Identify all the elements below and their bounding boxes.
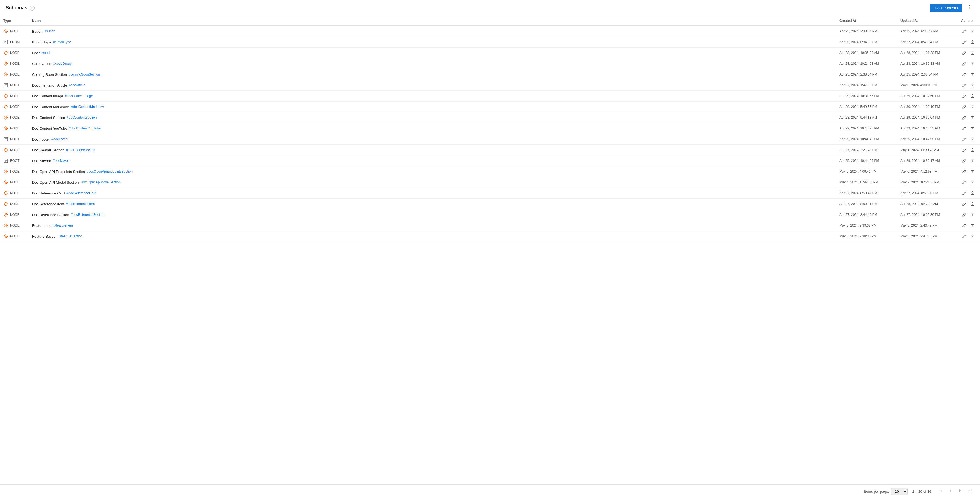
actions-cell	[958, 210, 980, 220]
next-page-button[interactable]	[956, 487, 964, 495]
delete-button[interactable]	[969, 190, 975, 196]
schema-name: Button	[32, 29, 43, 33]
updated-at-cell: Apr 28, 2024, 10:39:38 AM	[897, 58, 958, 69]
delete-button[interactable]	[969, 82, 975, 88]
created-at-cell: May 4, 2024, 10:44:10 PM	[836, 177, 897, 188]
updated-at-cell: Apr 25, 2024, 10:47:55 PM	[897, 134, 958, 145]
schema-name: Feature Item	[32, 224, 52, 228]
delete-button[interactable]	[969, 233, 975, 239]
node-icon	[3, 115, 8, 120]
type-cell: NODE	[0, 177, 29, 188]
table-row: NODE Doc Content YouTube #docContentYouT…	[0, 123, 980, 134]
svg-line-136	[964, 213, 965, 215]
updated-at-cell: Apr 27, 2024, 8:45:34 PM	[897, 37, 958, 48]
type-icon-node	[3, 61, 8, 66]
col-type: Type	[0, 16, 29, 26]
delete-button[interactable]	[969, 147, 975, 153]
delete-button[interactable]	[969, 201, 975, 207]
pencil-icon	[962, 126, 966, 130]
schema-name: Doc Navbar	[32, 159, 51, 163]
delete-button[interactable]	[969, 28, 975, 34]
pencil-icon	[962, 191, 966, 195]
edit-button[interactable]	[961, 104, 967, 110]
edit-button[interactable]	[961, 115, 967, 121]
delete-button[interactable]	[969, 72, 975, 78]
type-label: NODE	[10, 105, 20, 109]
created-at-cell: Apr 29, 2024, 10:15:25 PM	[836, 123, 897, 134]
delete-button[interactable]	[969, 212, 975, 218]
edit-button[interactable]	[961, 72, 967, 78]
actions-cell	[958, 37, 980, 48]
schema-name: Code Group	[32, 62, 52, 66]
table-row: NODE Coming Soon Section #comingSoonSect…	[0, 69, 980, 80]
edit-button[interactable]	[961, 179, 967, 185]
schema-name: Doc Reference Card	[32, 191, 65, 195]
edit-button[interactable]	[961, 60, 967, 67]
schema-name: Doc Footer	[32, 137, 50, 142]
updated-at-cell: May 3, 2024, 2:41:45 PM	[897, 231, 958, 242]
delete-button[interactable]	[969, 39, 975, 45]
schema-tag: #featureSection	[59, 234, 83, 238]
pencil-icon	[962, 51, 966, 55]
schema-name: Button Type	[32, 40, 51, 44]
edit-button[interactable]	[961, 147, 967, 153]
edit-button[interactable]	[961, 28, 967, 34]
edit-button[interactable]	[961, 223, 967, 229]
delete-button[interactable]	[969, 136, 975, 142]
delete-button[interactable]	[969, 104, 975, 110]
first-page-button[interactable]	[936, 487, 945, 495]
delete-button[interactable]	[969, 50, 975, 56]
table-row: NODE Doc Reference Section #docReference…	[0, 210, 980, 220]
delete-button[interactable]	[969, 223, 975, 229]
edit-button[interactable]	[961, 125, 967, 131]
type-cell: NODE	[0, 112, 29, 123]
updated-at-cell: Apr 29, 2024, 10:32:04 PM	[897, 112, 958, 123]
add-schema-button[interactable]: + Add Schema	[930, 3, 962, 12]
prev-page-button[interactable]	[946, 487, 955, 495]
node-icon	[3, 126, 8, 131]
edit-button[interactable]	[961, 136, 967, 142]
svg-line-19	[964, 52, 965, 53]
trash-icon	[970, 202, 974, 206]
svg-line-90	[964, 149, 965, 150]
delete-button[interactable]	[969, 169, 975, 175]
schema-name: Doc Reference Section	[32, 213, 69, 217]
type-label: NODE	[10, 180, 20, 184]
edit-button[interactable]	[961, 39, 967, 45]
help-icon[interactable]: ?	[30, 6, 35, 11]
edit-button[interactable]	[961, 190, 967, 196]
more-options-button[interactable]	[964, 3, 974, 13]
edit-button[interactable]	[961, 233, 967, 239]
type-label: NODE	[10, 126, 20, 130]
schema-tag: #docContentSection	[67, 116, 97, 119]
delete-button[interactable]	[969, 179, 975, 185]
delete-button[interactable]	[969, 93, 975, 99]
trash-icon	[970, 191, 974, 195]
name-cell: Doc Content Section #docContentSection	[29, 112, 836, 123]
edit-button[interactable]	[961, 158, 967, 164]
edit-button[interactable]	[961, 169, 967, 175]
actions-cell	[958, 91, 980, 102]
delete-button[interactable]	[969, 60, 975, 67]
items-per-page-control: Items per page: 20 50 100	[864, 488, 908, 495]
delete-button[interactable]	[969, 115, 975, 121]
pagination-controls	[936, 487, 974, 495]
more-vertical-icon	[967, 5, 972, 10]
delete-button[interactable]	[969, 158, 975, 164]
pencil-icon	[962, 202, 966, 206]
per-page-select[interactable]: 20 50 100	[891, 488, 908, 495]
schema-name: Code	[32, 51, 41, 55]
actions-cell	[958, 26, 980, 37]
last-page-button[interactable]	[966, 487, 974, 495]
created-at-cell: Apr 25, 2024, 2:38:04 PM	[836, 26, 897, 37]
edit-button[interactable]	[961, 93, 967, 99]
first-page-icon	[938, 488, 942, 493]
pencil-icon	[962, 116, 966, 119]
edit-button[interactable]	[961, 212, 967, 218]
name-cell: Doc Content Markdown #docContentMarkdown	[29, 102, 836, 112]
delete-button[interactable]	[969, 125, 975, 131]
edit-button[interactable]	[961, 201, 967, 207]
edit-button[interactable]	[961, 50, 967, 56]
schema-name: Doc Content Section	[32, 116, 65, 120]
edit-button[interactable]	[961, 82, 967, 88]
